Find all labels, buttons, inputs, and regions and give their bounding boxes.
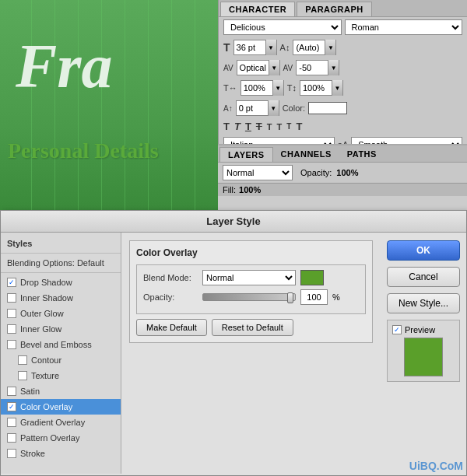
layers-toolbar: Fill: 100% bbox=[218, 183, 467, 196]
outer-glow-item[interactable]: Outer Glow bbox=[1, 306, 121, 321]
kerning-arrow[interactable]: ▼ bbox=[269, 60, 279, 75]
inner-glow-label: Inner Glow bbox=[20, 324, 61, 334]
font-family-select[interactable]: Delicious bbox=[223, 19, 342, 35]
canvas-personal-text: Personal Details bbox=[8, 138, 159, 163]
tab-paths[interactable]: PATHS bbox=[339, 147, 384, 162]
dialog-main-content: Color Overlay Blend Mode: Normal Opacity… bbox=[121, 233, 381, 474]
size-icon: T bbox=[223, 41, 230, 54]
blend-mode-label: Blend Mode: bbox=[143, 273, 198, 282]
fill-label: Fill: bbox=[223, 185, 236, 194]
font-style-select[interactable]: Roman bbox=[345, 19, 463, 35]
overlay-color-box[interactable] bbox=[300, 270, 324, 285]
section-title: Color Overlay bbox=[136, 247, 366, 258]
drop-shadow-checkbox[interactable] bbox=[7, 278, 16, 287]
bevel-emboss-label: Bevel and Emboss bbox=[20, 340, 92, 349]
kerning-input[interactable] bbox=[237, 62, 269, 73]
baseline-row: A↑ ▼ Color: bbox=[219, 98, 467, 118]
contour-item[interactable]: Contour bbox=[1, 352, 121, 368]
strikethrough-t-btn[interactable]: T bbox=[256, 121, 262, 132]
blend-mode-select[interactable]: Normal bbox=[202, 270, 296, 285]
color-overlay-item[interactable]: Color Overlay bbox=[1, 399, 121, 415]
preview-checkbox[interactable] bbox=[392, 325, 402, 334]
gradient-overlay-checkbox[interactable] bbox=[7, 418, 16, 427]
opacity-input[interactable] bbox=[300, 289, 328, 305]
baseline-arrow[interactable]: ▼ bbox=[268, 100, 279, 116]
bevel-emboss-checkbox[interactable] bbox=[7, 340, 16, 349]
fill-value: 100% bbox=[239, 185, 261, 194]
cancel-button[interactable]: Cancel bbox=[387, 267, 460, 287]
tracking-arrow[interactable]: ▼ bbox=[328, 60, 339, 75]
outer-glow-checkbox[interactable] bbox=[7, 309, 16, 318]
leading-input-wrapper: ▼ bbox=[293, 40, 336, 55]
pattern-overlay-item[interactable]: Pattern Overlay bbox=[1, 430, 121, 446]
opacity-slider[interactable] bbox=[202, 293, 296, 301]
default-buttons-row: Make Default Reset to Default bbox=[136, 319, 366, 336]
drop-shadow-label: Drop Shadow bbox=[20, 278, 72, 287]
new-style-button[interactable]: New Style... bbox=[387, 293, 460, 313]
leading-input[interactable] bbox=[293, 42, 325, 53]
texture-item[interactable]: Texture bbox=[1, 368, 121, 383]
stroke-checkbox[interactable] bbox=[7, 449, 16, 458]
layer-style-dialog: Layer Style Styles Blending Options: Def… bbox=[0, 210, 467, 476]
layers-blend-select[interactable]: Normal bbox=[223, 165, 293, 180]
scale-v-input[interactable] bbox=[300, 82, 332, 93]
tracking-input[interactable] bbox=[297, 62, 328, 73]
allcaps-btn[interactable]: T bbox=[286, 122, 291, 131]
font-size-arrow[interactable]: ▼ bbox=[265, 40, 276, 55]
contour-checkbox[interactable] bbox=[18, 355, 27, 365]
opacity-thumb bbox=[287, 292, 293, 303]
texture-checkbox[interactable] bbox=[18, 371, 27, 380]
baseline-input[interactable] bbox=[237, 103, 268, 114]
dialog-title: Layer Style bbox=[1, 211, 466, 233]
leading-arrow[interactable]: ▼ bbox=[325, 40, 335, 55]
scale-h-icon: T↔ bbox=[223, 83, 237, 93]
baseline-wrapper: ▼ bbox=[236, 100, 279, 116]
opacity-label: Opacity: bbox=[143, 292, 198, 302]
bold-t-btn[interactable]: T bbox=[223, 121, 230, 132]
preview-area: Preview bbox=[387, 320, 460, 382]
bevel-emboss-item[interactable]: Bevel and Emboss bbox=[1, 337, 121, 352]
tab-layers[interactable]: LAYERS bbox=[219, 147, 273, 162]
scale-h-arrow[interactable]: ▼ bbox=[272, 80, 283, 96]
superscript-btn[interactable]: T bbox=[267, 122, 272, 131]
pattern-overlay-checkbox[interactable] bbox=[7, 433, 16, 443]
underline-t-btn[interactable]: T bbox=[245, 121, 251, 132]
reset-default-btn[interactable]: Reset to Default bbox=[212, 319, 293, 336]
make-default-btn[interactable]: Make Default bbox=[136, 319, 207, 336]
inner-glow-item[interactable]: Inner Glow bbox=[1, 321, 121, 337]
smallcaps-btn[interactable]: T bbox=[296, 121, 302, 132]
dialog-body: Styles Blending Options: Default Drop Sh… bbox=[1, 233, 466, 474]
italic-t-btn[interactable]: T bbox=[234, 121, 241, 132]
character-panel: CHARACTER PARAGRAPH Delicious Roman T ▼ … bbox=[218, 0, 467, 155]
inner-glow-checkbox[interactable] bbox=[7, 324, 16, 334]
stroke-item[interactable]: Stroke bbox=[1, 446, 121, 461]
preview-square bbox=[404, 338, 443, 376]
ok-button[interactable]: OK bbox=[387, 240, 460, 261]
opacity-row: Opacity: % bbox=[143, 289, 359, 305]
satin-item[interactable]: Satin bbox=[1, 383, 121, 399]
satin-checkbox[interactable] bbox=[7, 387, 16, 396]
subscript-btn[interactable]: T bbox=[277, 122, 283, 131]
drop-shadow-item[interactable]: Drop Shadow bbox=[1, 275, 121, 290]
scale-h-input[interactable] bbox=[241, 82, 272, 93]
color-label: Color: bbox=[283, 103, 305, 113]
font-family-row: Delicious Roman bbox=[219, 17, 467, 37]
inner-shadow-item[interactable]: Inner Shadow bbox=[1, 290, 121, 306]
texture-label: Texture bbox=[31, 371, 59, 380]
baseline-icon: A↑ bbox=[223, 104, 233, 113]
gradient-overlay-item[interactable]: Gradient Overlay bbox=[1, 415, 121, 430]
tracking-icon: AV bbox=[283, 64, 293, 72]
tab-paragraph[interactable]: PARAGRAPH bbox=[297, 2, 372, 16]
tracking-input-wrapper: ▼ bbox=[296, 60, 339, 75]
inner-shadow-checkbox[interactable] bbox=[7, 293, 16, 303]
color-overlay-checkbox[interactable] bbox=[7, 402, 16, 411]
tab-channels[interactable]: CHANNELS bbox=[273, 147, 339, 162]
scale-v-arrow[interactable]: ▼ bbox=[332, 80, 342, 96]
scale-row: T↔ ▼ T↕ ▼ bbox=[219, 78, 467, 98]
blending-options-item[interactable]: Blending Options: Default bbox=[1, 255, 121, 271]
font-size-input[interactable] bbox=[234, 42, 265, 53]
styles-header: Styles bbox=[1, 236, 121, 251]
tab-character[interactable]: CHARACTER bbox=[220, 2, 295, 16]
kerning-icon: AV bbox=[223, 64, 234, 72]
color-swatch[interactable] bbox=[308, 102, 347, 114]
